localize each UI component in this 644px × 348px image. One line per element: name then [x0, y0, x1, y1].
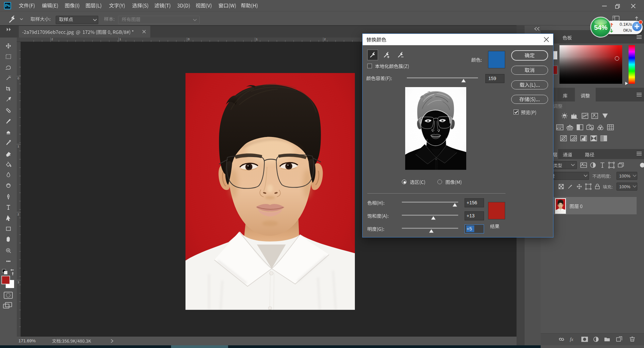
svg-text:54%: 54%	[594, 24, 607, 31]
